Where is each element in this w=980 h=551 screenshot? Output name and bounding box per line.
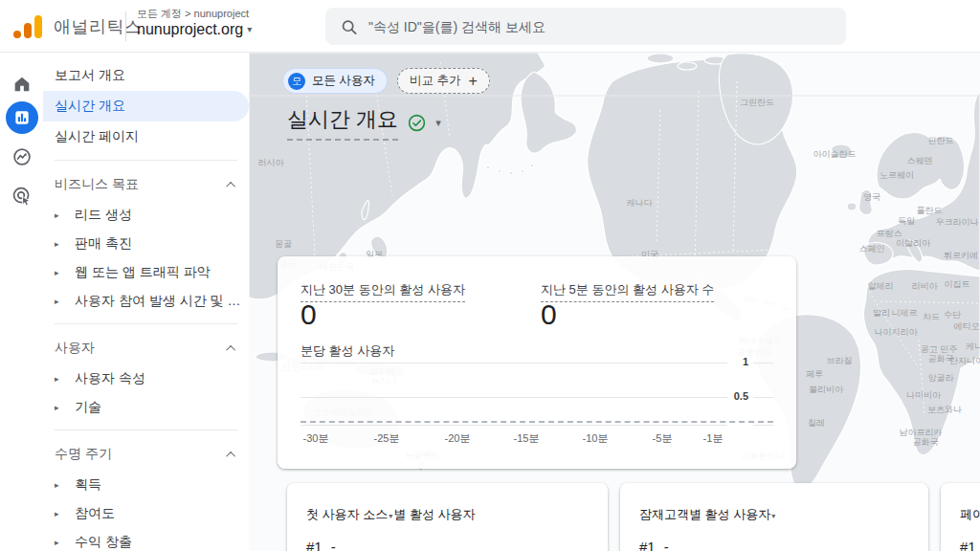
advertising-icon[interactable] bbox=[6, 180, 38, 212]
x-axis-tick: -30분 bbox=[303, 431, 329, 446]
card-title[interactable]: 잠재고객별 활성 사용자▾ bbox=[639, 506, 909, 523]
dimension-selector[interactable]: 소스 bbox=[363, 507, 388, 523]
rank-value: - bbox=[664, 539, 669, 551]
map-label: 캐나다 bbox=[627, 197, 653, 209]
card-title[interactable]: 첫 사용자 소스▾별 활성 사용자 bbox=[306, 506, 589, 523]
add-comparison-button[interactable]: 비교 추가 + bbox=[397, 68, 490, 94]
left-nav-rail bbox=[0, 53, 43, 551]
analytics-logo-icon[interactable] bbox=[13, 13, 46, 38]
metric-30min-label[interactable]: 지난 30분 동안의 활성 사용자 bbox=[301, 281, 465, 302]
sidebar-section-life-cycle[interactable]: 수명 주기 bbox=[43, 438, 249, 471]
metric-5min-label[interactable]: 지난 5분 동안의 활성 사용자 수 bbox=[541, 281, 714, 302]
chip-label: 모든 사용자 bbox=[312, 73, 375, 89]
x-axis-tick: -1분 bbox=[703, 431, 724, 446]
plus-icon: + bbox=[468, 73, 477, 90]
expand-arrow-icon: ▸ bbox=[55, 480, 75, 490]
metric-link[interactable]: 활성 사용자 bbox=[410, 507, 476, 523]
item-label: 사용자 참여 발생 시간 및 유지율 ... bbox=[75, 293, 249, 310]
explore-icon[interactable] bbox=[6, 141, 38, 173]
rank-label: #1 bbox=[960, 539, 976, 551]
x-axis-tick: -15분 bbox=[514, 431, 540, 446]
property-selector[interactable]: nunuproject.org▾ bbox=[137, 21, 252, 38]
section-title: 사용자 bbox=[55, 340, 95, 357]
map-label: 보츠와나 bbox=[927, 404, 962, 416]
dimension-selector[interactable]: 페이 bbox=[960, 507, 980, 523]
home-icon[interactable] bbox=[6, 68, 38, 100]
section-title: 비즈니스 목표 bbox=[55, 176, 139, 193]
sidebar-divider bbox=[55, 323, 237, 324]
search-input[interactable] bbox=[368, 19, 831, 34]
map-label: 스페인 bbox=[859, 243, 885, 255]
expand-arrow-icon: ▸ bbox=[55, 210, 75, 220]
title-text: 활성 사용자 bbox=[702, 507, 770, 521]
map-label: 영국 bbox=[863, 191, 880, 204]
map-label: 아이슬란드 bbox=[813, 148, 857, 161]
map-label: 독일 bbox=[898, 215, 915, 228]
sidebar-item-engagement[interactable]: ▸ 참여도 bbox=[43, 499, 249, 528]
sidebar-item-realtime-overview[interactable]: 실시간 개요 bbox=[43, 91, 249, 121]
logo-bar-tall bbox=[34, 15, 42, 38]
map-label: 차드 bbox=[923, 311, 940, 323]
gridline bbox=[753, 397, 773, 398]
page-title-card: 페이 #1 bbox=[941, 483, 980, 551]
sidebar-item-monetization[interactable]: ▸ 수익 창출 bbox=[43, 528, 249, 551]
y-axis-tick: 1 bbox=[720, 356, 748, 367]
metric-5min-value: 0 bbox=[541, 298, 557, 331]
top-rank-row: #1 bbox=[960, 539, 980, 551]
x-axis-tick: -25분 bbox=[374, 431, 400, 446]
logo-bar-short bbox=[24, 23, 32, 38]
sidebar-item-user-engagement-retention[interactable]: ▸ 사용자 참여 발생 시간 및 유지율 ... bbox=[43, 287, 249, 316]
segment-avatar: 모 bbox=[288, 73, 305, 90]
sidebar-section-user[interactable]: 사용자 bbox=[43, 332, 249, 364]
sidebar-item-realtime-pages[interactable]: 실시간 페이지 bbox=[43, 121, 249, 152]
reports-icon[interactable] bbox=[6, 101, 38, 134]
map-label: 말리 bbox=[873, 307, 890, 320]
sidebar-item-user-attributes[interactable]: ▸ 사용자 속성 bbox=[43, 364, 249, 393]
map-label: 노르웨이 bbox=[880, 169, 914, 182]
card-title[interactable]: 페이 bbox=[960, 506, 980, 523]
map-label: 니제르 bbox=[892, 307, 918, 320]
zero-value-line bbox=[301, 421, 773, 423]
search-bar[interactable] bbox=[325, 8, 846, 45]
map-label: 알제리 bbox=[868, 280, 894, 293]
realtime-users-card: 지난 30분 동안의 활성 사용자 지난 5분 동안의 활성 사용자 수 0 0… bbox=[278, 256, 796, 469]
sidebar-section-business-objectives[interactable]: 비즈니스 목표 bbox=[43, 168, 249, 201]
page-title[interactable]: 실시간 개요 bbox=[287, 105, 398, 141]
x-axis-line bbox=[301, 425, 727, 426]
chevron-down-icon: ▾ bbox=[771, 512, 775, 520]
map-label: 핀란드 bbox=[928, 135, 954, 147]
sidebar-item-tech[interactable]: ▸ 기술 bbox=[43, 393, 249, 422]
expand-arrow-icon: ▸ bbox=[55, 297, 75, 306]
item-label: 수익 창출 bbox=[75, 534, 138, 551]
map-label: 리비아 bbox=[912, 280, 938, 293]
sidebar-item-generate-leads[interactable]: ▸ 리드 생성 bbox=[43, 201, 249, 230]
data-quality-check-icon[interactable] bbox=[408, 114, 426, 132]
expand-arrow-icon: ▸ bbox=[55, 268, 75, 277]
search-icon bbox=[341, 18, 357, 35]
first-user-source-card: 첫 사용자 소스▾별 활성 사용자 #1- bbox=[287, 483, 608, 551]
chevron-down-icon: ▾ bbox=[389, 512, 392, 520]
item-label: 리드 생성 bbox=[75, 207, 138, 224]
sidebar-item-acquisition[interactable]: ▸ 획득 bbox=[43, 471, 249, 499]
y-axis-tick: 0.5 bbox=[720, 390, 748, 402]
sidebar-item-drive-sales[interactable]: ▸ 판매 촉진 bbox=[43, 230, 249, 258]
sidebar-item-reports-snapshot[interactable]: 보고서 개요 bbox=[43, 60, 249, 91]
map-label: 에티오피아 bbox=[954, 320, 980, 333]
app-name: 애널리틱스 bbox=[54, 15, 143, 38]
rank-label: #1 bbox=[639, 539, 656, 551]
header-divider bbox=[125, 11, 126, 41]
map-label: 튀르키예 bbox=[944, 250, 978, 262]
x-axis-tick: -10분 bbox=[583, 431, 609, 446]
x-axis-line bbox=[753, 425, 773, 426]
item-label: 획득 bbox=[75, 476, 107, 494]
gridline bbox=[301, 397, 727, 398]
sidebar-item-web-app-traffic[interactable]: ▸ 웹 또는 앱 트래픽 파악 bbox=[43, 258, 249, 287]
all-users-chip[interactable]: 모 모든 사용자 bbox=[282, 68, 388, 94]
map-label: 탄자니아 bbox=[949, 355, 980, 367]
chevron-down-icon[interactable]: ▾ bbox=[435, 117, 441, 129]
gridline bbox=[301, 363, 727, 364]
map-label: 스웨덴 bbox=[907, 155, 933, 167]
breadcrumb[interactable]: 모든 계정 > nunuproject bbox=[137, 7, 249, 21]
expand-arrow-icon: ▸ bbox=[55, 403, 75, 412]
dimension-selector[interactable]: 잠재고객별 bbox=[639, 507, 702, 523]
